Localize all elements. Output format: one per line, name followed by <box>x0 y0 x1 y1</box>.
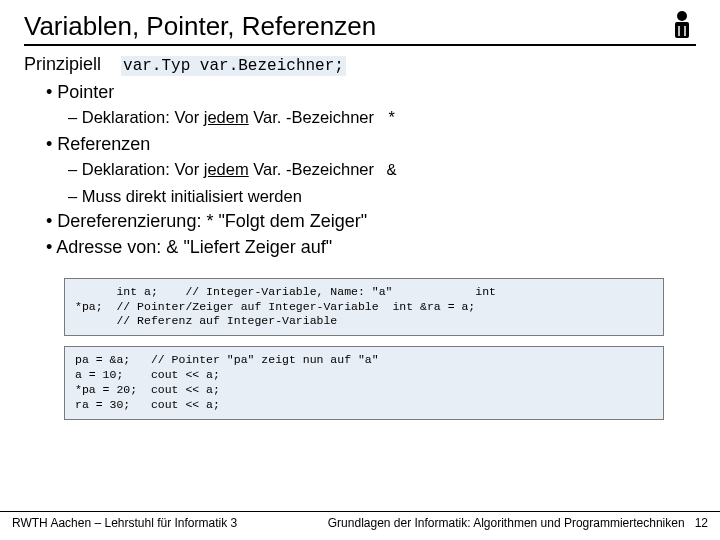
ref-init-line: Muss direkt initialisiert werden <box>68 185 696 207</box>
addr-line: Adresse von: & "Liefert Zeiger auf" <box>46 235 696 259</box>
code-block-declarations: int a; // Integer-Variable, Name: "a" in… <box>64 278 664 337</box>
pointer-decl-prefix: Deklaration: Vor <box>82 108 204 126</box>
ref-init-text: Muss direkt initialisiert werden <box>82 187 302 205</box>
pointer-decl-suffix: Var. -Bezeichner <box>249 108 374 126</box>
ref-heading: Referenzen <box>46 132 696 156</box>
deref-text: Dereferenzierung: * "Folgt dem Zeiger" <box>57 211 367 231</box>
ref-decl-prefix: Deklaration: Vor <box>82 160 204 178</box>
svg-rect-1 <box>675 22 689 38</box>
deref-line: Dereferenzierung: * "Folgt dem Zeiger" <box>46 209 696 233</box>
intro-line: Prinzipiell var.Typ var.Bezeichner; <box>24 52 696 78</box>
pointer-decl-line: Deklaration: Vor jedem Var. -Bezeichner … <box>68 106 696 130</box>
code-block-usage: pa = &a; // Pointer "pa" zeigt nun auf "… <box>64 346 664 420</box>
ref-decl-suffix: Var. -Bezeichner <box>249 160 374 178</box>
addr-text: Adresse von: & "Liefert Zeiger auf" <box>56 237 332 257</box>
pointer-symbol: * <box>387 108 405 130</box>
slide: Variablen, Pointer, Referenzen Prinzipie… <box>0 0 720 540</box>
slide-body: Prinzipiell var.Typ var.Bezeichner; Poin… <box>24 52 696 420</box>
ref-decl-line: Deklaration: Vor jedem Var. -Bezeichner … <box>68 158 696 182</box>
pointer-heading-text: Pointer <box>57 82 114 102</box>
footer-right-group: Grundlagen der Informatik: Algorithmen u… <box>328 516 708 530</box>
pointer-decl-underlined: jedem <box>204 108 249 126</box>
footer-right: Grundlagen der Informatik: Algorithmen u… <box>328 516 685 530</box>
footer-left: RWTH Aachen – Lehrstuhl für Informatik 3 <box>12 516 237 530</box>
page-number: 12 <box>695 516 708 530</box>
title-row: Variablen, Pointer, Referenzen <box>24 10 696 46</box>
page-title: Variablen, Pointer, Referenzen <box>24 11 376 42</box>
ref-symbol: & <box>387 160 405 182</box>
intro-code: var.Typ var.Bezeichner; <box>121 56 346 76</box>
footer: RWTH Aachen – Lehrstuhl für Informatik 3… <box>0 511 720 530</box>
pointer-heading: Pointer <box>46 80 696 104</box>
ref-heading-text: Referenzen <box>57 134 150 154</box>
person-icon <box>668 10 696 40</box>
svg-point-0 <box>677 11 687 21</box>
ref-decl-underlined: jedem <box>204 160 249 178</box>
intro-word: Prinzipiell <box>24 54 101 74</box>
